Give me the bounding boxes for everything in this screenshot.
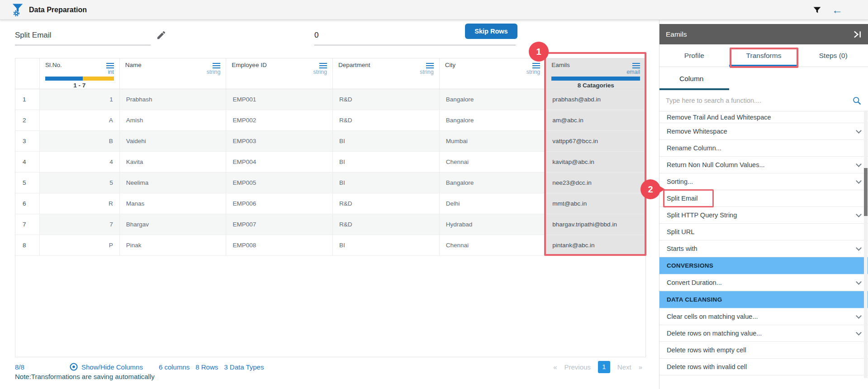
function-item-split-http-query-string[interactable]: Split HTTP Query String — [659, 207, 868, 224]
cell-employee-id: EMP004 — [226, 152, 333, 172]
pagination-last-icon[interactable]: » — [639, 363, 642, 371]
sidebar-header: Eamils — [659, 24, 868, 44]
column-menu-icon[interactable] — [106, 63, 114, 68]
cell-name: Neelima — [120, 173, 227, 193]
table-row[interactable]: 2 A Amish EMP002 R&D Bangalore am@abc.in — [15, 110, 645, 131]
function-item-rename-column[interactable]: Rename Column... — [659, 140, 868, 157]
function-section-data-cleansing: DATA CLEANSING — [659, 291, 868, 308]
function-item-return-non-null-column-values[interactable]: Return Non Null Column Values... — [659, 157, 868, 173]
column-header-eamils: Eamils email 8 Catagories — [546, 58, 645, 89]
transform-sidebar: Eamils Profile Transforms Steps (0) Colu… — [659, 20, 868, 389]
skip-rows-button[interactable]: Skip Rows — [465, 24, 517, 39]
function-item-sorting[interactable]: Sorting... — [659, 173, 868, 190]
edit-pencil-icon[interactable] — [156, 30, 166, 42]
pagination-previous[interactable]: Previous — [564, 363, 590, 371]
pagination: « Previous 1 Next » — [553, 360, 642, 374]
main-panel: Skip Rows Sl.No. int 1 - 7 Name string E… — [0, 20, 659, 389]
function-item-starts-with[interactable]: Starts with — [659, 240, 868, 257]
cell-city: Bangalore — [440, 173, 546, 193]
chevron-down-icon — [856, 211, 862, 217]
function-item-delete-rows-with-empty-cell[interactable]: Delete rows with empty cell — [659, 342, 868, 359]
column-menu-icon[interactable] — [319, 63, 327, 68]
function-item-remove-whitespace[interactable]: Remove Whitespace — [659, 123, 868, 140]
table-row[interactable]: 7 7 Bhargav EMP007 R&D Hydrabad bhargav.… — [15, 214, 645, 235]
cell-name: Pinak — [120, 235, 227, 255]
column-title: Employee ID — [232, 62, 266, 68]
cell-city: Hydrabad — [440, 214, 546, 235]
function-item-remove-trail-and-lead-whitespace[interactable]: Remove Trail And Lead Whitespace — [659, 111, 868, 123]
sidebar-scrollbar-track[interactable] — [864, 110, 868, 378]
table-row[interactable]: 3 B Vaidehi EMP003 BI Mumbai vattpp67@bc… — [15, 131, 645, 152]
cell-city: Chennai — [440, 235, 546, 255]
subtab-column[interactable]: Column — [679, 75, 703, 83]
table-row[interactable]: 5 5 Neelima EMP005 BI Bangalore nee23@dc… — [15, 173, 645, 193]
column-menu-icon[interactable] — [532, 63, 540, 68]
cell-employee-id: EMP005 — [226, 173, 333, 193]
columns-info: 6 columns — [159, 363, 190, 371]
cell-employee-id: EMP006 — [226, 193, 333, 214]
function-item-delete-rows-with-invalid-cell[interactable]: Delete rows with invalid cell — [659, 359, 868, 375]
function-search-input[interactable] — [666, 97, 852, 104]
column-header-department: Department string — [333, 58, 440, 89]
table-row[interactable]: 1 1 Prabhash EMP001 R&D Bangalore prabha… — [15, 89, 645, 110]
cell-employee-id: EMP007 — [226, 214, 333, 235]
filter-icon[interactable] — [812, 5, 822, 15]
row-number: 5 — [15, 173, 40, 193]
cell-employee-id: EMP001 — [226, 89, 333, 110]
cell-email: kavitap@abc.in — [546, 152, 645, 172]
function-item-split-url[interactable]: Split URL — [659, 224, 868, 240]
data-types-info: 3 Data Types — [224, 363, 264, 371]
chevron-down-icon — [856, 178, 862, 184]
column-header-slno: Sl.No. int 1 - 7 — [40, 58, 120, 89]
rows-info: 8 Rows — [195, 363, 218, 371]
function-item-convert-duration[interactable]: Convert Duration... — [659, 274, 868, 291]
tab-profile[interactable]: Profile — [659, 44, 729, 67]
column-title: Name — [125, 62, 142, 68]
cell-email: nee23@dcc.in — [546, 173, 645, 193]
column-menu-icon[interactable] — [213, 63, 220, 68]
cell-slno: A — [40, 110, 120, 130]
cell-email: prabhash@abd.in — [546, 89, 645, 110]
cell-slno: 1 — [40, 89, 120, 110]
column-range: 1 - 7 — [45, 82, 114, 89]
data-quality-bar — [551, 77, 640, 81]
transform-name-input[interactable] — [15, 25, 151, 45]
function-item-delete-rows-on-matching-value[interactable]: Delete rows on matching value... — [659, 325, 868, 342]
search-icon[interactable] — [852, 96, 862, 106]
chevron-down-icon — [856, 330, 862, 336]
table-row[interactable]: 8 P Pinak EMP008 BI Chennai pintank@abc.… — [15, 235, 645, 256]
pagination-page-1[interactable]: 1 — [598, 361, 610, 373]
chevron-down-icon — [856, 161, 862, 167]
column-menu-icon[interactable] — [426, 63, 434, 68]
column-type: string — [445, 69, 541, 75]
table-row[interactable]: 6 R Manas EMP006 R&D Delhi mmt@abc.in — [15, 193, 645, 214]
back-arrow-icon[interactable]: ← — [832, 5, 843, 15]
eye-icon[interactable] — [69, 362, 78, 371]
column-title: Eamils — [551, 62, 570, 68]
cell-name: Vaidehi — [120, 131, 227, 151]
tab-transforms[interactable]: Transforms — [729, 44, 799, 67]
row-number-header — [15, 58, 40, 89]
cell-slno: 5 — [40, 173, 120, 193]
collapse-panel-icon[interactable] — [853, 30, 862, 38]
cell-city: Chennai — [440, 152, 546, 172]
pagination-next[interactable]: Next — [617, 363, 631, 371]
cell-department: R&D — [333, 89, 440, 110]
column-menu-icon[interactable] — [632, 63, 640, 68]
table-row[interactable]: 4 4 Kavita EMP004 BI Chennai kavitap@abc… — [15, 152, 645, 173]
sidebar-scrollbar-thumb[interactable] — [864, 168, 868, 216]
cell-email: mmt@abc.in — [546, 193, 645, 214]
pagination-first-icon[interactable]: « — [553, 363, 557, 371]
function-section-conversions: CONVERSIONS — [659, 257, 868, 274]
column-type: email — [551, 69, 640, 75]
cell-employee-id: EMP002 — [226, 110, 333, 130]
function-item-split-email[interactable]: Split Email — [659, 190, 868, 207]
tab-steps[interactable]: Steps (0) — [798, 44, 868, 67]
table-header-row: Sl.No. int 1 - 7 Name string Employee ID… — [15, 58, 645, 89]
function-item-clear-cells-on-matching-value[interactable]: Clear cells on matching value... — [659, 308, 868, 325]
function-search-row — [659, 90, 868, 111]
show-hide-columns-link[interactable]: Show/Hide Columns — [81, 363, 143, 371]
sidebar-column-title: Eamils — [666, 30, 687, 38]
transform-form: Skip Rows — [0, 20, 659, 58]
column-title: Sl.No. — [45, 62, 62, 68]
